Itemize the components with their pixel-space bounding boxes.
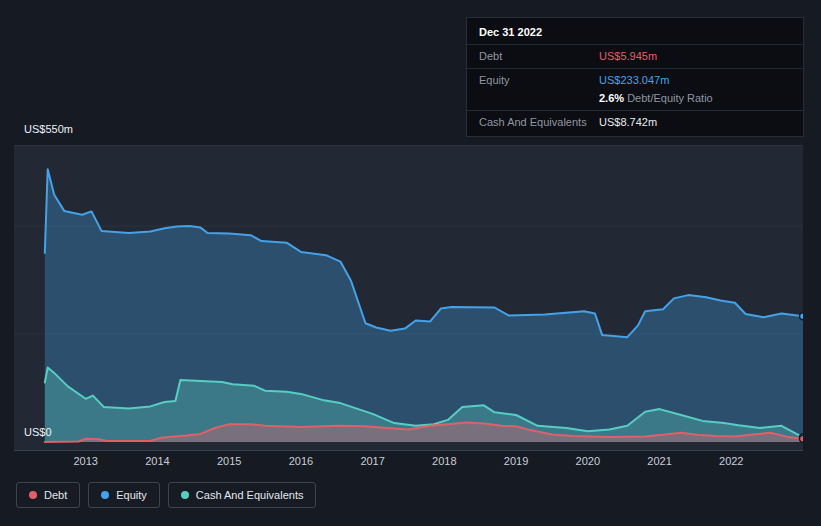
tooltip-debt-value: US$5.945m [599, 49, 657, 63]
x-tick-2020: 2020 [566, 455, 610, 467]
tooltip-divider [467, 68, 803, 69]
cash-and-equivalents-series-dot-icon [181, 491, 189, 499]
tooltip-row-ratio: 2.6% Debt/Equity Ratio [467, 89, 803, 107]
tooltip-cash-value: US$8.742m [599, 115, 657, 129]
x-tick-2017: 2017 [351, 455, 395, 467]
chart-tooltip: Dec 31 2022 Debt US$5.945m Equity US$233… [466, 17, 804, 137]
equity-series-dot-icon [101, 491, 109, 499]
x-tick-2016: 2016 [279, 455, 323, 467]
tooltip-row-equity: Equity US$233.047m [467, 71, 803, 89]
tooltip-ratio-spacer [479, 91, 599, 105]
chart-legend: DebtEquityCash And Equivalents [16, 482, 316, 508]
tooltip-ratio: 2.6% Debt/Equity Ratio [599, 91, 713, 105]
debt-series-dot-icon [29, 491, 37, 499]
y-axis-label-max: US$550m [24, 123, 73, 135]
tooltip-row-cash: Cash And Equivalents US$8.742m [467, 113, 803, 131]
x-tick-2014: 2014 [135, 455, 179, 467]
tooltip-divider [467, 110, 803, 111]
tooltip-divider [467, 44, 803, 45]
tooltip-ratio-percent: 2.6% [599, 92, 624, 104]
legend-item-cash-and-equivalents[interactable]: Cash And Equivalents [168, 482, 317, 508]
legend-label-cash-and-equivalents: Cash And Equivalents [196, 489, 304, 501]
x-tick-2019: 2019 [494, 455, 538, 467]
tooltip-cash-label: Cash And Equivalents [479, 115, 599, 129]
x-tick-2021: 2021 [638, 455, 682, 467]
x-tick-2018: 2018 [422, 455, 466, 467]
tooltip-ratio-label: Debt/Equity Ratio [627, 92, 713, 104]
chart-svg [14, 145, 803, 450]
x-tick-2015: 2015 [207, 455, 251, 467]
x-tick-2013: 2013 [64, 455, 108, 467]
legend-label-debt: Debt [44, 489, 67, 501]
chart-plot-area[interactable] [14, 145, 803, 451]
tooltip-equity-value: US$233.047m [599, 73, 669, 87]
tooltip-date: Dec 31 2022 [467, 18, 803, 41]
x-tick-2022: 2022 [709, 455, 753, 467]
tooltip-equity-label: Equity [479, 73, 599, 87]
x-axis: 2013201420152016201720182019202020212022 [0, 450, 821, 470]
tooltip-row-debt: Debt US$5.945m [467, 47, 803, 65]
legend-item-equity[interactable]: Equity [88, 482, 160, 508]
legend-label-equity: Equity [116, 489, 147, 501]
tooltip-debt-label: Debt [479, 49, 599, 63]
legend-item-debt[interactable]: Debt [16, 482, 80, 508]
chart-panel: Dec 31 2022 Debt US$5.945m Equity US$233… [0, 0, 821, 526]
y-axis-label-min: US$0 [24, 426, 52, 438]
